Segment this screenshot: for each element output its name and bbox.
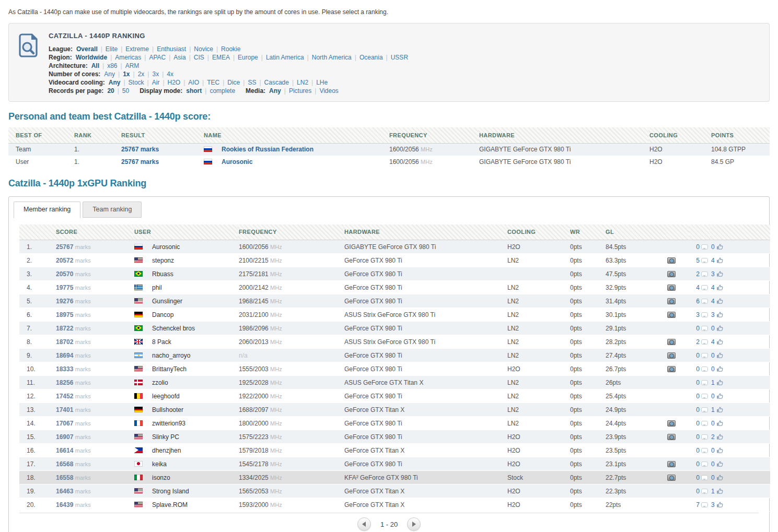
filter-option-enthusiast[interactable]: Enthusiast xyxy=(157,45,186,53)
user-link[interactable]: Slinky PC xyxy=(152,433,179,441)
likes-link[interactable]: 3 xyxy=(711,501,723,509)
score-link[interactable]: 16568 marks xyxy=(56,460,91,468)
comments-link[interactable]: 0 xyxy=(696,460,709,468)
user-link[interactable]: isonzo xyxy=(152,474,170,481)
camera-icon[interactable] xyxy=(667,257,676,264)
user-link[interactable]: 8 Pack xyxy=(152,338,171,346)
comments-link[interactable]: 0 xyxy=(696,474,709,481)
filter-option-20[interactable]: 20 xyxy=(107,87,114,94)
filter-option-tec[interactable]: TEC xyxy=(207,79,219,86)
name-link[interactable]: Aurosonic xyxy=(222,158,252,165)
camera-icon[interactable] xyxy=(667,475,676,481)
likes-link[interactable]: 0 xyxy=(711,447,723,454)
filter-option-extreme[interactable]: Extreme xyxy=(125,45,149,53)
score-link[interactable]: 25767 marks xyxy=(56,243,91,251)
filter-option-x86[interactable]: x86 xyxy=(107,62,117,69)
filter-option-aio[interactable]: AIO xyxy=(188,79,199,86)
camera-icon[interactable] xyxy=(667,312,676,318)
filter-option-any[interactable]: Any xyxy=(109,79,121,86)
likes-link[interactable]: 4 xyxy=(711,257,723,264)
filter-option-latin-america[interactable]: Latin America xyxy=(266,54,304,61)
user-link[interactable]: Dancop xyxy=(152,311,173,318)
comments-link[interactable]: 4 xyxy=(696,284,709,291)
likes-link[interactable]: 0 xyxy=(711,393,723,400)
likes-link[interactable]: 4 xyxy=(711,284,723,291)
filter-option-asia[interactable]: Asia xyxy=(173,54,185,61)
camera-icon[interactable] xyxy=(667,420,676,427)
user-link[interactable]: Schenckel bros xyxy=(152,325,195,332)
camera-icon[interactable] xyxy=(667,434,676,440)
filter-option-worldwide[interactable]: Worldwide xyxy=(76,54,107,61)
score-link[interactable]: 18975 marks xyxy=(56,311,91,318)
filter-option-complete[interactable]: complete xyxy=(210,87,235,94)
user-link[interactable]: nacho_arroyo xyxy=(152,352,190,359)
user-link[interactable]: Aurosonic xyxy=(152,243,180,251)
filter-option-dice[interactable]: Dice xyxy=(227,79,240,86)
prev-page-button[interactable] xyxy=(357,517,371,531)
comments-link[interactable]: 0 xyxy=(696,406,709,413)
filter-option-north-america[interactable]: North America xyxy=(312,54,352,61)
result-link[interactable]: 25767 marks xyxy=(121,146,159,153)
filter-option-oceania[interactable]: Oceania xyxy=(359,54,383,61)
camera-icon[interactable] xyxy=(667,461,676,467)
score-link[interactable]: 17401 marks xyxy=(56,406,91,413)
user-link[interactable]: Gunslinger xyxy=(152,298,182,305)
filter-option-overall[interactable]: Overall xyxy=(76,45,98,53)
filter-option-ss[interactable]: SS xyxy=(248,79,256,86)
filter-option-4x[interactable]: 4x xyxy=(167,70,173,78)
filter-option-europe[interactable]: Europe xyxy=(238,54,258,61)
filter-option-any[interactable]: Any xyxy=(104,70,115,78)
likes-link[interactable]: 0 xyxy=(711,474,723,481)
user-link[interactable]: Strong Island xyxy=(152,488,189,495)
comments-link[interactable]: 0 xyxy=(696,352,709,359)
likes-link[interactable]: 0 xyxy=(711,365,723,373)
comments-link[interactable]: 0 xyxy=(696,488,709,495)
filter-option-stock[interactable]: Stock xyxy=(129,79,144,86)
comments-link[interactable]: 5 xyxy=(696,257,709,264)
next-page-button[interactable] xyxy=(407,517,421,531)
likes-link[interactable]: 0 xyxy=(711,325,723,332)
camera-icon[interactable] xyxy=(667,366,676,372)
filter-option-1x[interactable]: 1x xyxy=(123,70,130,78)
comments-link[interactable]: 6 xyxy=(696,298,709,305)
camera-icon[interactable] xyxy=(667,339,676,345)
likes-link[interactable]: 2 xyxy=(711,433,723,441)
likes-link[interactable]: 0 xyxy=(711,420,723,427)
user-link[interactable]: zwitterion93 xyxy=(152,420,185,427)
score-link[interactable]: 18694 marks xyxy=(56,352,91,359)
filter-option-h2o[interactable]: H2O xyxy=(168,79,181,86)
camera-icon[interactable] xyxy=(667,298,676,304)
score-link[interactable]: 18722 marks xyxy=(56,325,91,332)
likes-link[interactable]: 1 xyxy=(711,488,723,495)
camera-icon[interactable] xyxy=(667,271,676,277)
filter-option-cis[interactable]: CIS xyxy=(194,54,204,61)
user-link[interactable]: steponz xyxy=(152,257,174,264)
score-link[interactable]: 16558 marks xyxy=(56,474,91,481)
likes-link[interactable]: 0 xyxy=(711,243,723,251)
likes-link[interactable]: 0 xyxy=(711,352,723,359)
user-link[interactable]: phil xyxy=(152,284,162,291)
score-link[interactable]: 18333 marks xyxy=(56,365,91,373)
likes-link[interactable]: 1 xyxy=(711,406,723,413)
user-link[interactable]: leeghoofd xyxy=(152,393,180,400)
filter-option-50[interactable]: 50 xyxy=(122,87,129,94)
user-link[interactable]: dhenzjhen xyxy=(152,447,181,454)
filter-option-rookie[interactable]: Rookie xyxy=(221,45,240,53)
camera-icon[interactable] xyxy=(667,352,676,359)
score-link[interactable]: 17067 marks xyxy=(56,420,91,427)
filter-option-3x[interactable]: 3x xyxy=(152,70,159,78)
comments-link[interactable]: 0 xyxy=(696,433,709,441)
score-link[interactable]: 20572 marks xyxy=(56,257,91,264)
tab-team-ranking[interactable]: Team ranking xyxy=(83,202,142,218)
likes-link[interactable]: 3 xyxy=(711,311,723,318)
filter-option-lhe[interactable]: LHe xyxy=(316,79,328,86)
score-link[interactable]: 19775 marks xyxy=(56,284,91,291)
comments-link[interactable]: 0 xyxy=(696,365,709,373)
score-link[interactable]: 19276 marks xyxy=(56,298,91,305)
comments-link[interactable]: 0 xyxy=(696,379,709,386)
filter-option-americas[interactable]: Americas xyxy=(115,54,141,61)
filter-option-all[interactable]: All xyxy=(91,62,99,69)
comments-link[interactable]: 0 xyxy=(696,447,709,454)
likes-link[interactable]: 3 xyxy=(711,270,723,278)
comments-link[interactable]: 7 xyxy=(696,501,709,509)
